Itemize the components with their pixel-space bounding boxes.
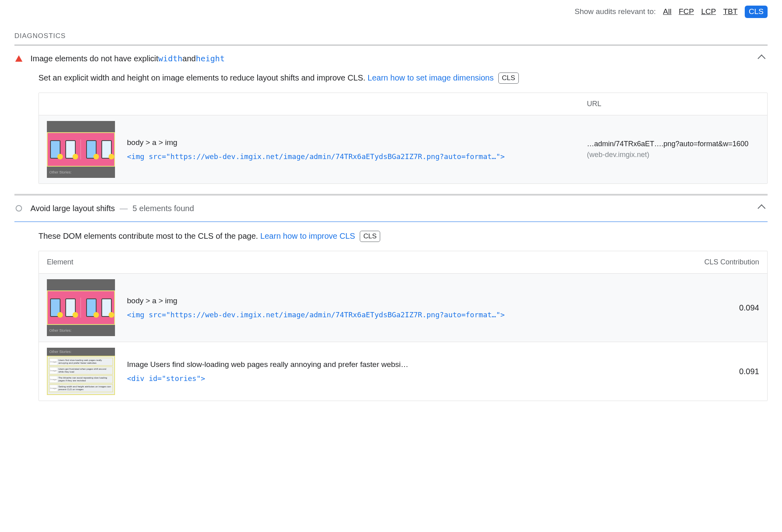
filter-bar: Show audits relevant to: All FCP LCP TBT… bbox=[14, 0, 768, 22]
chevron-up-icon bbox=[758, 204, 766, 212]
thumb-caption: Other Stories: bbox=[47, 167, 115, 178]
filter-lcp[interactable]: LCP bbox=[701, 6, 716, 18]
audit2-subtitle: 5 elements found bbox=[133, 202, 194, 214]
code-snippet: <img src="https://web-dev.imgix.net/imag… bbox=[127, 151, 575, 162]
audit1-code-width: width bbox=[158, 52, 182, 64]
th-element: Element bbox=[47, 257, 695, 268]
th-cls-contribution: CLS Contribution bbox=[695, 257, 759, 268]
audit-large-layout-shifts: Avoid large layout shifts — 5 elements f… bbox=[14, 195, 768, 411]
audit1-title-pre: Image elements do not have explicit bbox=[30, 52, 158, 64]
audit2-table: Element CLS Contribution Other bbox=[38, 251, 768, 401]
diagnostics-heading: DIAGNOSTICS bbox=[14, 31, 768, 41]
audit2-description: These DOM elements contribute most to th… bbox=[38, 230, 768, 242]
element-thumbnail: Other Stories: bbox=[47, 279, 115, 336]
audit1-code-height: height bbox=[196, 52, 225, 64]
audit-large-layout-shifts-header[interactable]: Avoid large layout shifts — 5 elements f… bbox=[14, 195, 768, 222]
cls-value: 0.091 bbox=[695, 365, 759, 377]
audit-image-dimensions: Image elements do not have explicit widt… bbox=[14, 45, 768, 194]
th-url: URL bbox=[587, 99, 759, 109]
audit1-table: URL Other Stories: bbox=[38, 93, 768, 184]
url-host: (web-dev.imgix.net) bbox=[587, 151, 649, 159]
filter-fcp[interactable]: FCP bbox=[679, 6, 694, 18]
audit2-desc-text: These DOM elements contribute most to th… bbox=[38, 232, 260, 240]
selector-path: body > a > img bbox=[127, 295, 683, 307]
selector-path: body > a > img bbox=[127, 137, 575, 149]
cls-value: 0.094 bbox=[695, 302, 759, 314]
audit1-learn-link[interactable]: Learn how to set image dimensions bbox=[368, 73, 494, 82]
audit1-desc-text: Set an explicit width and height on imag… bbox=[38, 73, 368, 82]
element-thumbnail: Other Stories: ImageUsers find slow-load… bbox=[47, 348, 115, 395]
filter-cls-active[interactable]: CLS bbox=[745, 6, 768, 18]
url-short: …admin/74TRx6aET….png?auto=format&w=1600 bbox=[587, 140, 748, 148]
thumb-caption: Other Stories: bbox=[47, 325, 115, 336]
cls-tag: CLS bbox=[360, 231, 380, 242]
filter-all[interactable]: All bbox=[663, 6, 671, 18]
audit1-title-mid: and bbox=[182, 52, 196, 64]
audit-image-dimensions-header[interactable]: Image elements do not have explicit widt… bbox=[14, 45, 768, 72]
code-snippet: <div id="stories"> bbox=[127, 373, 683, 384]
table-row: Other Stories: ImageUsers find slow-load… bbox=[39, 342, 767, 401]
filter-tbt[interactable]: TBT bbox=[723, 6, 738, 18]
neutral-icon bbox=[14, 205, 23, 212]
filter-label: Show audits relevant to: bbox=[574, 6, 656, 18]
fail-icon bbox=[14, 55, 23, 62]
audit1-description: Set an explicit width and height on imag… bbox=[38, 72, 768, 84]
code-snippet: <img src="https://web-dev.imgix.net/imag… bbox=[127, 309, 683, 320]
element-desc: Image Users find slow-loading web pages … bbox=[127, 359, 683, 371]
audit2-learn-link[interactable]: Learn how to improve CLS bbox=[260, 232, 355, 240]
cls-tag: CLS bbox=[498, 73, 519, 84]
thumb-caption: Other Stories: bbox=[47, 348, 115, 356]
chevron-up-icon bbox=[758, 54, 766, 62]
table-row: Other Stories: body > a > img <img src="… bbox=[39, 273, 767, 342]
element-thumbnail: Other Stories: bbox=[47, 121, 115, 178]
audit2-title: Avoid large layout shifts bbox=[30, 202, 115, 214]
table-row: Other Stories: body > a > img <img src="… bbox=[39, 115, 767, 183]
